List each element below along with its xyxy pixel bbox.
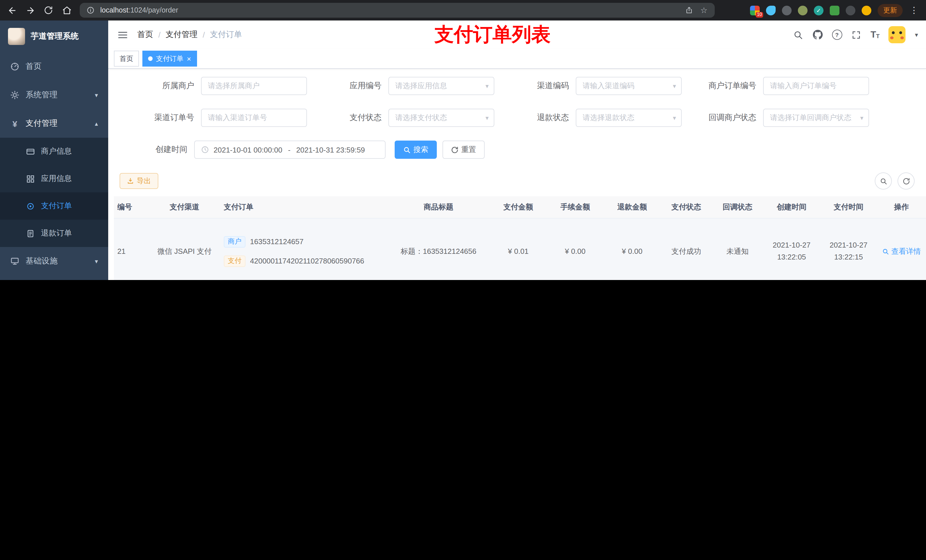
tab-home[interactable]: 首页: [114, 51, 139, 66]
back-icon[interactable]: [7, 5, 17, 15]
merchant-select[interactable]: 请选择所属商户: [201, 77, 307, 95]
date-end-value: 2021-10-31 23:59:59: [296, 145, 365, 154]
share-icon[interactable]: [684, 5, 694, 15]
filter-label-refund-status: 退款状态: [494, 113, 576, 123]
sidebar-item-payment[interactable]: ¥ 支付管理 ▴: [0, 109, 108, 138]
sidebar-item-label: 退款订单: [41, 228, 72, 238]
screen: localhost:1024/pay/order ☆ 10 ✓ 更新 ⋮ 芋道管…: [0, 0, 926, 280]
tab-label: 支付订单: [156, 54, 183, 63]
view-detail-link[interactable]: 查看详情: [882, 246, 921, 257]
table-header: 编号 支付渠道 支付订单 商品标题 支付金额 手续金额 退款金额 支付状态 回调…: [114, 196, 926, 219]
pay-tag: 支付: [224, 255, 245, 267]
refund-status-select[interactable]: 请选择退款状态▾: [576, 109, 682, 127]
date-separator: -: [288, 145, 291, 154]
date-start-value: 2021-10-01 00:00:00: [213, 145, 282, 154]
tags-view-bar: 首页 支付订单 ×: [108, 49, 926, 69]
sidebar-item-home[interactable]: 首页: [0, 52, 108, 81]
sidebar-item-pay-order[interactable]: 支付订单: [0, 192, 108, 220]
filter-row-1: 所属商户 请选择所属商户 应用编号 请选择应用信息▾ 渠道编码 请输入渠道编码▾…: [120, 77, 915, 95]
monitor-icon: [10, 257, 20, 266]
sidebar-item-app-info[interactable]: 应用信息: [0, 165, 108, 192]
chevron-up-icon: ▴: [95, 120, 98, 127]
yen-icon: ¥: [10, 119, 20, 128]
create-time-cell: 2021-10-2713:22:05: [763, 219, 820, 280]
callback-status-select[interactable]: 请选择订单回调商户状态▾: [763, 109, 869, 127]
chevron-down-icon: ▾: [486, 114, 489, 122]
action-cell: 查看详情: [877, 219, 926, 280]
refund-amount-cell: ¥ 0.00: [604, 219, 661, 280]
channel-order-no-input[interactable]: 请输入渠道订单号: [201, 109, 307, 127]
sidebar-item-label: 基础设施: [26, 256, 89, 266]
sidebar-item-refund-order[interactable]: 退款订单: [0, 220, 108, 247]
extension-icon-green[interactable]: [830, 5, 840, 15]
extension-icon-face[interactable]: [862, 5, 872, 15]
filter-label-channel-order-no: 渠道订单号: [120, 113, 201, 123]
app-logo[interactable]: 芋道管理系统: [0, 21, 108, 52]
reset-button-label: 重置: [461, 145, 476, 155]
browser-chrome: localhost:1024/pay/order ☆ 10 ✓ 更新 ⋮: [0, 0, 926, 21]
grid-icon: [26, 174, 35, 183]
github-icon[interactable]: [813, 30, 823, 40]
app-select[interactable]: 请选择应用信息▾: [388, 77, 494, 95]
channel-code-select[interactable]: 请输入渠道编码▾: [576, 77, 682, 95]
search-button[interactable]: 搜索: [395, 140, 437, 159]
order-id-cell: 21: [114, 219, 151, 280]
column-header-pay-order: 支付订单: [218, 202, 387, 212]
user-avatar[interactable]: [889, 26, 906, 43]
extension-badge: 10: [756, 12, 763, 17]
breadcrumb-home[interactable]: 首页: [137, 30, 153, 40]
font-size-icon[interactable]: TT: [870, 30, 879, 39]
extension-icon-check[interactable]: ✓: [814, 5, 823, 15]
home-icon[interactable]: [62, 5, 72, 15]
reset-button[interactable]: 重置: [442, 140, 485, 159]
site-info-icon[interactable]: [85, 5, 96, 15]
caret-down-icon[interactable]: ▾: [915, 31, 918, 38]
export-button-label: 导出: [137, 176, 151, 186]
url-bar[interactable]: localhost:1024/pay/order ☆: [80, 3, 715, 18]
page-content: 所属商户 请选择所属商户 应用编号 请选择应用信息▾ 渠道编码 请输入渠道编码▾…: [108, 69, 926, 280]
sidebar-item-infra[interactable]: 基础设施 ▾: [0, 247, 108, 275]
breadcrumb-separator: /: [203, 30, 205, 39]
bookmark-star-icon[interactable]: ☆: [699, 5, 709, 15]
toggle-search-button[interactable]: [875, 172, 892, 190]
merchant-order-no-input[interactable]: 请输入商户订单编号: [763, 77, 869, 95]
extension-icon-colorful[interactable]: 10: [750, 5, 760, 15]
extension-icon-gray[interactable]: [782, 5, 791, 15]
url-text: localhost:1024/pay/order: [100, 6, 178, 14]
sidebar-item-dev-tools[interactable]: 研发工具 ▾: [0, 275, 108, 280]
sidebar: 芋道管理系统 首页 系统管理 ▾ ¥ 支付管理 ▴: [0, 21, 108, 280]
table-settings: [869, 172, 915, 190]
help-icon[interactable]: ?: [832, 30, 842, 40]
column-header-status: 支付状态: [661, 202, 712, 212]
filter-label-merchant: 所属商户: [120, 81, 201, 91]
refresh-table-button[interactable]: [897, 172, 915, 190]
search-icon[interactable]: [793, 30, 803, 40]
chevron-down-icon: ▾: [860, 114, 863, 122]
record-circle-icon: [26, 202, 35, 210]
filter-row-3: 创建时间 2021-10-01 00:00:00 - 2021-10-31 23…: [120, 140, 915, 159]
extension-icon-olive[interactable]: [798, 5, 808, 15]
export-button[interactable]: 导出: [120, 173, 158, 189]
browser-update-button[interactable]: 更新: [878, 4, 903, 17]
create-time-range-input[interactable]: 2021-10-01 00:00:00 - 2021-10-31 23:59:5…: [194, 140, 386, 159]
sidebar-item-merchant-info[interactable]: 商户信息: [0, 138, 108, 165]
extension-icon-dark[interactable]: [846, 5, 855, 15]
reload-icon[interactable]: [43, 5, 53, 15]
app-logo-image: [8, 28, 25, 45]
column-header-amount: 支付金额: [490, 202, 547, 212]
tab-pay-order[interactable]: 支付订单 ×: [142, 51, 197, 66]
browser-menu-icon[interactable]: ⋮: [909, 5, 919, 15]
pay-status-select[interactable]: 请选择支付状态▾: [388, 109, 494, 127]
channel-pay-no: 4200001174202110278060590766: [250, 257, 364, 265]
breadcrumb-pay-manage[interactable]: 支付管理: [166, 30, 198, 40]
sidebar-item-system[interactable]: 系统管理 ▾: [0, 81, 108, 109]
breadcrumb: 首页 / 支付管理 / 支付订单: [137, 30, 242, 40]
forward-icon[interactable]: [25, 5, 35, 15]
close-icon[interactable]: ×: [187, 55, 191, 62]
extension-icon-blue[interactable]: [766, 5, 776, 15]
fullscreen-icon[interactable]: [851, 30, 861, 40]
sidebar-toggle-icon[interactable]: [117, 29, 128, 40]
column-header-action: 操作: [877, 202, 926, 212]
filter-label-channel-code: 渠道编码: [494, 81, 576, 91]
active-tab-dot: [148, 56, 153, 61]
